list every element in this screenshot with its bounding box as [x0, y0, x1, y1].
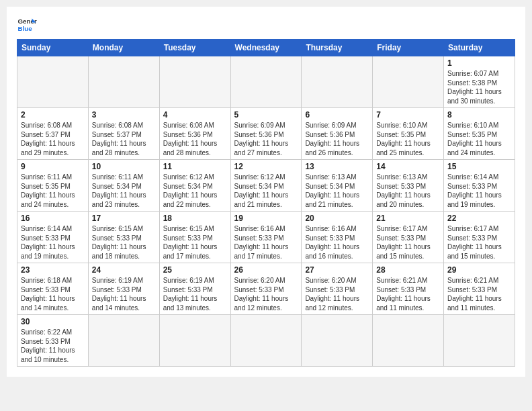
calendar-cell: 21Sunrise: 6:17 AMSunset: 5:33 PMDayligh…: [373, 212, 444, 263]
day-info: Sunrise: 6:17 AMSunset: 5:33 PMDaylight:…: [447, 224, 511, 261]
day-number: 25: [163, 265, 227, 275]
day-info: Sunrise: 6:09 AMSunset: 5:36 PMDaylight:…: [234, 121, 298, 157]
day-info: Sunrise: 6:11 AMSunset: 5:34 PMDaylight:…: [92, 173, 156, 209]
day-number: 23: [21, 265, 85, 275]
weekday-sunday: Sunday: [17, 40, 89, 56]
day-info: Sunrise: 6:16 AMSunset: 5:33 PMDaylight:…: [305, 224, 369, 261]
calendar-cell: 22Sunrise: 6:17 AMSunset: 5:33 PMDayligh…: [444, 212, 515, 263]
day-number: 7: [376, 110, 440, 120]
day-info: Sunrise: 6:08 AMSunset: 5:37 PMDaylight:…: [21, 121, 85, 157]
day-info: Sunrise: 6:16 AMSunset: 5:33 PMDaylight:…: [234, 224, 298, 261]
day-info: Sunrise: 6:10 AMSunset: 5:35 PMDaylight:…: [447, 121, 511, 157]
day-info: Sunrise: 6:14 AMSunset: 5:33 PMDaylight:…: [447, 173, 511, 209]
calendar-cell: 9Sunrise: 6:11 AMSunset: 5:35 PMDaylight…: [17, 160, 89, 212]
day-info: Sunrise: 6:08 AMSunset: 5:37 PMDaylight:…: [92, 121, 156, 157]
weekday-monday: Monday: [88, 40, 159, 56]
calendar-cell: 14Sunrise: 6:13 AMSunset: 5:33 PMDayligh…: [373, 160, 444, 212]
day-info: Sunrise: 6:15 AMSunset: 5:33 PMDaylight:…: [163, 224, 227, 261]
day-number: 4: [163, 110, 227, 120]
calendar-cell: 24Sunrise: 6:19 AMSunset: 5:33 PMDayligh…: [88, 263, 159, 315]
day-number: 15: [447, 162, 511, 171]
day-number: 30: [21, 317, 85, 326]
day-info: Sunrise: 6:10 AMSunset: 5:35 PMDaylight:…: [376, 121, 440, 157]
day-info: Sunrise: 6:13 AMSunset: 5:33 PMDaylight:…: [376, 173, 440, 209]
calendar-cell: 18Sunrise: 6:15 AMSunset: 5:33 PMDayligh…: [159, 212, 230, 263]
day-number: 16: [21, 214, 85, 223]
day-number: 5: [234, 110, 298, 120]
calendar-row: 16Sunrise: 6:14 AMSunset: 5:33 PMDayligh…: [17, 212, 515, 263]
weekday-wednesday: Wednesday: [230, 40, 302, 56]
day-number: 18: [163, 214, 227, 223]
calendar-cell: 8Sunrise: 6:10 AMSunset: 5:35 PMDaylight…: [444, 108, 515, 160]
day-number: 14: [376, 162, 440, 171]
day-info: Sunrise: 6:19 AMSunset: 5:33 PMDaylight:…: [163, 276, 227, 312]
day-info: Sunrise: 6:22 AMSunset: 5:33 PMDaylight:…: [21, 328, 85, 364]
calendar-cell: 25Sunrise: 6:19 AMSunset: 5:33 PMDayligh…: [159, 263, 230, 315]
day-number: 12: [234, 162, 298, 171]
calendar-cell: 30Sunrise: 6:22 AMSunset: 5:33 PMDayligh…: [17, 315, 89, 367]
calendar-cell: [302, 56, 373, 108]
day-info: Sunrise: 6:15 AMSunset: 5:33 PMDaylight:…: [92, 224, 156, 261]
calendar-cell: 7Sunrise: 6:10 AMSunset: 5:35 PMDaylight…: [373, 108, 444, 160]
calendar-cell: [88, 56, 159, 108]
calendar-cell: [302, 315, 373, 367]
day-number: 13: [305, 162, 369, 171]
day-info: Sunrise: 6:09 AMSunset: 5:36 PMDaylight:…: [305, 121, 369, 157]
calendar-cell: [373, 315, 444, 367]
calendar-cell: [230, 315, 302, 367]
day-info: Sunrise: 6:14 AMSunset: 5:33 PMDaylight:…: [21, 224, 85, 261]
day-info: Sunrise: 6:21 AMSunset: 5:33 PMDaylight:…: [376, 276, 440, 312]
day-info: Sunrise: 6:13 AMSunset: 5:34 PMDaylight:…: [305, 173, 369, 209]
day-number: 28: [376, 265, 440, 275]
calendar-cell: [88, 315, 159, 367]
calendar-cell: 28Sunrise: 6:21 AMSunset: 5:33 PMDayligh…: [373, 263, 444, 315]
calendar-cell: 20Sunrise: 6:16 AMSunset: 5:33 PMDayligh…: [302, 212, 373, 263]
calendar-cell: [159, 56, 230, 108]
day-number: 20: [305, 214, 369, 223]
calendar-row: 30Sunrise: 6:22 AMSunset: 5:33 PMDayligh…: [17, 315, 515, 367]
weekday-friday: Friday: [373, 40, 444, 56]
day-number: 10: [92, 162, 156, 171]
day-number: 17: [92, 214, 156, 223]
calendar-cell: [373, 56, 444, 108]
calendar-cell: 29Sunrise: 6:21 AMSunset: 5:33 PMDayligh…: [444, 263, 515, 315]
weekday-saturday: Saturday: [444, 40, 515, 56]
svg-text:Blue: Blue: [18, 25, 33, 32]
day-number: 22: [447, 214, 511, 223]
calendar-cell: 11Sunrise: 6:12 AMSunset: 5:34 PMDayligh…: [159, 160, 230, 212]
calendar-cell: 23Sunrise: 6:18 AMSunset: 5:33 PMDayligh…: [17, 263, 89, 315]
day-number: 3: [92, 110, 156, 120]
weekday-thursday: Thursday: [302, 40, 373, 56]
calendar-cell: 26Sunrise: 6:20 AMSunset: 5:33 PMDayligh…: [230, 263, 302, 315]
day-info: Sunrise: 6:20 AMSunset: 5:33 PMDaylight:…: [234, 276, 298, 312]
page: General Blue SundayMondayTuesdayWednesda…: [7, 7, 525, 377]
day-info: Sunrise: 6:18 AMSunset: 5:33 PMDaylight:…: [21, 276, 85, 312]
day-info: Sunrise: 6:20 AMSunset: 5:33 PMDaylight:…: [305, 276, 369, 312]
weekday-tuesday: Tuesday: [159, 40, 230, 56]
calendar-cell: 6Sunrise: 6:09 AMSunset: 5:36 PMDaylight…: [302, 108, 373, 160]
calendar-cell: 16Sunrise: 6:14 AMSunset: 5:33 PMDayligh…: [17, 212, 89, 263]
day-number: 6: [305, 110, 369, 120]
day-info: Sunrise: 6:07 AMSunset: 5:38 PMDaylight:…: [447, 69, 511, 105]
day-number: 9: [21, 162, 85, 171]
day-info: Sunrise: 6:11 AMSunset: 5:35 PMDaylight:…: [21, 173, 85, 209]
calendar-row: 9Sunrise: 6:11 AMSunset: 5:35 PMDaylight…: [17, 160, 515, 212]
day-number: 8: [447, 110, 511, 120]
calendar-cell: 2Sunrise: 6:08 AMSunset: 5:37 PMDaylight…: [17, 108, 89, 160]
day-number: 19: [234, 214, 298, 223]
calendar-cell: [230, 56, 302, 108]
calendar-cell: 13Sunrise: 6:13 AMSunset: 5:34 PMDayligh…: [302, 160, 373, 212]
calendar-row: 23Sunrise: 6:18 AMSunset: 5:33 PMDayligh…: [17, 263, 515, 315]
day-number: 29: [447, 265, 511, 275]
calendar-cell: 10Sunrise: 6:11 AMSunset: 5:34 PMDayligh…: [88, 160, 159, 212]
calendar-cell: 1Sunrise: 6:07 AMSunset: 5:38 PMDaylight…: [444, 56, 515, 108]
calendar-row: 1Sunrise: 6:07 AMSunset: 5:38 PMDaylight…: [17, 56, 515, 108]
header: General Blue: [17, 13, 515, 34]
calendar-cell: [159, 315, 230, 367]
day-number: 27: [305, 265, 369, 275]
calendar-cell: 19Sunrise: 6:16 AMSunset: 5:33 PMDayligh…: [230, 212, 302, 263]
day-number: 11: [163, 162, 227, 171]
day-info: Sunrise: 6:17 AMSunset: 5:33 PMDaylight:…: [376, 224, 440, 261]
calendar-cell: 27Sunrise: 6:20 AMSunset: 5:33 PMDayligh…: [302, 263, 373, 315]
calendar-cell: [17, 56, 89, 108]
